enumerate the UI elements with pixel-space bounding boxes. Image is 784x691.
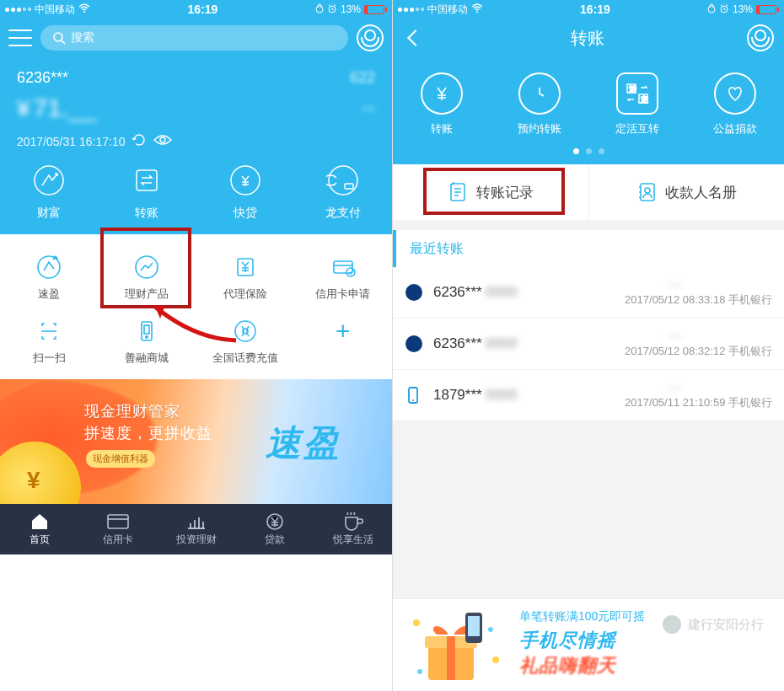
customer-service-icon[interactable] [747, 24, 774, 51]
quick-pay-label: 龙支付 [294, 206, 392, 221]
search-input[interactable]: 搜索 [40, 25, 348, 51]
suying-icon [35, 253, 63, 281]
promo-banner[interactable]: 现金理财管家 拼速度，更拼收益 现金增值利器 速盈 [0, 379, 392, 504]
tab-invest[interactable]: 投资理财 [157, 504, 235, 554]
grid-add[interactable]: + [294, 312, 392, 376]
left-screen: 中国移动 16:19 13% 搜索 [0, 0, 392, 691]
svg-text:定: 定 [641, 95, 648, 104]
svg-rect-20 [108, 515, 128, 528]
grid-licai[interactable]: 理财产品 [98, 248, 196, 312]
grid-topup[interactable]: 全国话费充值 [196, 312, 294, 376]
dragon-pay-icon [325, 162, 362, 199]
battery-icon [364, 5, 387, 14]
transfer-item[interactable]: 6236***0000 --- 2017/05/12 08:33:18 手机银行 [393, 267, 784, 319]
grid-scan-label: 扫一扫 [0, 351, 98, 366]
svg-point-31 [645, 188, 650, 193]
eye-icon[interactable] [153, 134, 172, 148]
transfer-nav: 转账 [393, 19, 784, 57]
card-icon [107, 512, 129, 531]
tab-home[interactable]: 首页 [0, 504, 78, 554]
last-refresh-time: 2017/05/31 16:17:10 [17, 135, 125, 148]
btn-payee-list[interactable]: 收款人名册 [589, 164, 785, 220]
status-carrier: 中国移动 [35, 3, 75, 17]
svg-point-1 [316, 6, 323, 13]
search-icon [52, 31, 66, 45]
rq-schedule[interactable]: 预约转账 [491, 72, 588, 137]
search-placeholder: 搜索 [71, 30, 94, 46]
transfer-time: 2017/05/12 08:33:18 [625, 293, 725, 306]
svg-point-41 [413, 619, 420, 626]
customer-service-icon[interactable] [357, 24, 384, 51]
balance-row: ¥71.__ -- [0, 90, 392, 132]
grid-insurance[interactable]: 代理保险 [196, 248, 294, 312]
quick-wealth-label: 财富 [0, 206, 98, 221]
banner-line2: 拼速度，更拼收益 [84, 423, 212, 443]
lock-icon [707, 3, 716, 16]
btn-transfer-records[interactable]: 转账记录 [393, 164, 588, 220]
currency-symbol: ¥ [17, 95, 30, 121]
status-time: 16:19 [188, 3, 218, 16]
transfer-icon [128, 162, 165, 199]
btn-transfer-records-label: 转账记录 [476, 183, 534, 202]
banner-line1: 现金理财管家 [84, 401, 180, 421]
grid-suying-label: 速盈 [0, 287, 98, 302]
quick-loan[interactable]: 快贷 [196, 162, 294, 221]
quick-wealth[interactable]: 财富 [0, 162, 98, 221]
page-indicator [393, 148, 784, 164]
scan-icon [35, 317, 63, 346]
tab-life[interactable]: 悦享生活 [314, 504, 392, 554]
rq-charity[interactable]: 公益捐款 [686, 72, 784, 137]
grid-licai-label: 理财产品 [98, 287, 196, 302]
right-blue-header: 中国移动 16:19 13% 转账 转账 预约转账 [393, 0, 784, 164]
menu-icon[interactable] [8, 29, 32, 46]
refresh-icon[interactable] [132, 132, 147, 150]
svg-point-23 [708, 6, 715, 13]
quick-actions: 财富 转账 快贷 龙支付 [0, 162, 392, 234]
grid-mall[interactable]: 善融商城 [98, 312, 196, 376]
back-button[interactable] [403, 27, 428, 49]
account-row[interactable]: 6236*** 622 [0, 57, 392, 90]
quick-pay[interactable]: 龙支付 [294, 162, 392, 221]
tab-loan[interactable]: 贷款 [235, 504, 314, 554]
transfer-time: 2017/05/12 08:32:12 [625, 345, 725, 357]
battery-pct-r: 13% [733, 3, 753, 15]
btn-payee-list-label: 收款人名册 [665, 183, 737, 202]
grid-mall-label: 善融商城 [98, 351, 196, 366]
transfer-amount: --- [625, 277, 682, 292]
transfer-item[interactable]: 6236***0000 --- 2017/05/12 08:32:12 手机银行 [393, 319, 784, 370]
quick-transfer[interactable]: 转账 [98, 162, 196, 221]
grid-scan[interactable]: 扫一扫 [0, 312, 98, 376]
svg-point-17 [146, 336, 148, 338]
credit-card-icon [329, 253, 357, 281]
two-button-row: 转账记录 收款人名册 [393, 164, 784, 220]
right-screen: 中国移动 16:19 13% 转账 转账 预约转账 [392, 0, 784, 691]
top-nav: 搜索 [0, 19, 392, 57]
ccb-logo-icon [405, 335, 423, 353]
licai-icon [132, 253, 161, 281]
svg-rect-40 [468, 616, 480, 636]
bottom-promo[interactable]: 单笔转账满100元即可摇 手机尽情摇 礼品嗨翻天 [393, 598, 784, 691]
grid-cc-apply-label: 信用卡申请 [294, 287, 392, 302]
status-bar-r: 中国移动 16:19 13% [393, 0, 784, 19]
rq-schedule-label: 预约转账 [491, 121, 588, 137]
grid-cc-apply[interactable]: 信用卡申请 [294, 248, 392, 312]
next-account: 622 [350, 69, 375, 87]
rq-demand-fixed[interactable]: 活定 定活互转 [588, 72, 686, 137]
transfer-item[interactable]: 1879***0000 --- 2017/05/11 21:10:59 手机银行 [393, 370, 784, 421]
left-blue-header: 中国移动 16:19 13% 搜索 [0, 0, 392, 234]
swap-icon: 活定 [616, 72, 658, 115]
balance-value: 71.__ [34, 94, 97, 121]
tab-credit[interactable]: 信用卡 [78, 504, 157, 554]
rq-transfer[interactable]: 转账 [393, 72, 491, 137]
transfer-time: 2017/05/11 21:10:59 [625, 396, 725, 409]
transfer-amount: --- [625, 329, 682, 344]
yen-icon [264, 512, 286, 531]
svg-rect-16 [144, 325, 149, 334]
svg-rect-13 [334, 261, 352, 273]
svg-point-43 [417, 669, 422, 674]
battery-pct: 13% [341, 3, 361, 15]
loan-icon [227, 162, 264, 199]
rq-charity-label: 公益捐款 [686, 121, 784, 137]
cup-icon [342, 512, 364, 531]
grid-suying[interactable]: 速盈 [0, 248, 98, 312]
